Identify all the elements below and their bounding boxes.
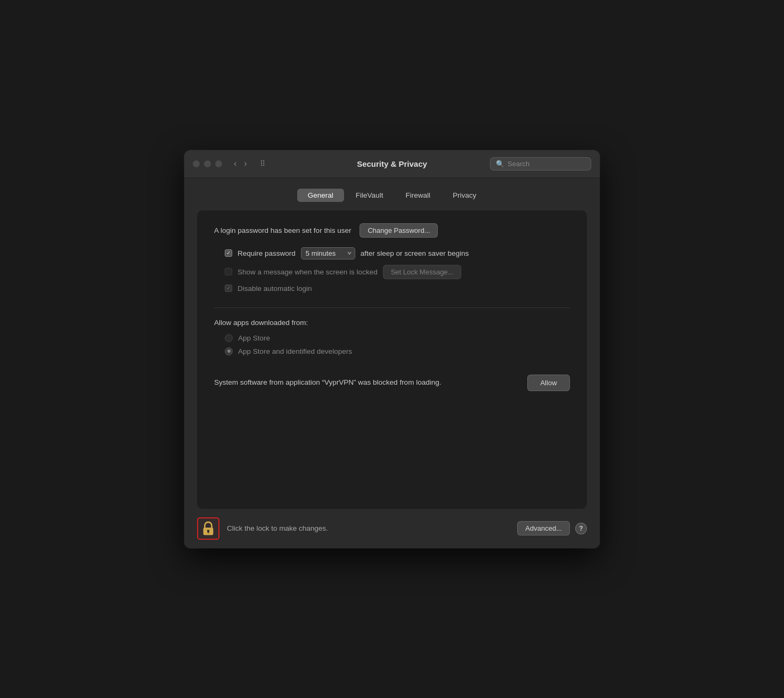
app-store-radio[interactable] <box>225 334 233 342</box>
nav-buttons: ‹ › ⠿ <box>232 158 265 169</box>
disable-autologin-checkbox[interactable] <box>225 285 232 292</box>
section-divider <box>214 307 570 308</box>
password-status-label: A login password has been set for this u… <box>214 226 351 234</box>
app-store-developers-radio-row: App Store and identified developers <box>225 347 570 355</box>
allow-button[interactable]: Allow <box>527 375 570 391</box>
password-delay-select[interactable]: 5 minutes immediately 5 seconds 1 minute… <box>301 247 355 259</box>
window-title: Security & Privacy <box>357 159 427 168</box>
minimize-button[interactable] <box>204 160 211 167</box>
allow-apps-label: Allow apps downloaded from: <box>214 319 570 327</box>
maximize-button[interactable] <box>215 160 222 167</box>
app-store-developers-radio-label: App Store and identified developers <box>238 347 352 355</box>
require-password-prefix: Require password <box>238 249 296 257</box>
set-lock-message-button[interactable]: Set Lock Message... <box>383 265 462 279</box>
require-password-row: Require password 5 minutes immediately 5… <box>225 247 570 259</box>
grid-icon[interactable]: ⠿ <box>260 159 265 168</box>
content-area: General FileVault Firewall Privacy A log… <box>184 178 600 509</box>
traffic-lights <box>193 160 222 167</box>
blocked-software-row: System software from application “VyprVP… <box>214 368 570 391</box>
tab-privacy[interactable]: Privacy <box>442 189 487 202</box>
back-button[interactable]: ‹ <box>232 158 239 169</box>
tab-filevault[interactable]: FileVault <box>345 189 394 202</box>
password-row: A login password has been set for this u… <box>214 223 570 238</box>
system-preferences-window: ‹ › ⠿ Security & Privacy 🔍 General FileV… <box>184 150 600 548</box>
lock-icon <box>201 521 215 536</box>
forward-button[interactable]: › <box>242 158 249 169</box>
disable-autologin-row: Disable automatic login <box>225 285 570 293</box>
general-panel: A login password has been set for this u… <box>197 210 587 509</box>
app-store-radio-label: App Store <box>238 334 270 342</box>
bottom-right-controls: Advanced... ? <box>517 521 587 535</box>
disable-autologin-label: Disable automatic login <box>238 285 312 293</box>
titlebar: ‹ › ⠿ Security & Privacy 🔍 <box>184 150 600 178</box>
search-box[interactable]: 🔍 <box>490 157 591 171</box>
search-input[interactable] <box>508 160 585 168</box>
search-icon: 🔍 <box>496 160 504 168</box>
tab-bar: General FileVault Firewall Privacy <box>197 189 587 202</box>
advanced-button[interactable]: Advanced... <box>517 521 570 535</box>
tab-general[interactable]: General <box>297 189 344 202</box>
app-store-radio-row: App Store <box>225 334 570 342</box>
require-password-suffix: after sleep or screen saver begins <box>361 249 469 257</box>
close-button[interactable] <box>193 160 200 167</box>
app-store-developers-radio[interactable] <box>225 347 233 355</box>
tab-firewall[interactable]: Firewall <box>395 189 441 202</box>
show-message-row: Show a message when the screen is locked… <box>225 265 570 279</box>
show-message-checkbox[interactable] <box>225 268 232 275</box>
lock-button[interactable] <box>197 517 219 540</box>
blocked-software-text: System software from application “VyprVP… <box>214 377 517 388</box>
help-button[interactable]: ? <box>575 523 587 534</box>
require-password-checkbox[interactable] <box>225 249 232 257</box>
lock-status-text: Click the lock to make changes. <box>227 524 510 532</box>
show-message-label: Show a message when the screen is locked <box>238 268 378 276</box>
change-password-button[interactable]: Change Password... <box>360 223 438 238</box>
bottom-bar: Click the lock to make changes. Advanced… <box>184 509 600 548</box>
